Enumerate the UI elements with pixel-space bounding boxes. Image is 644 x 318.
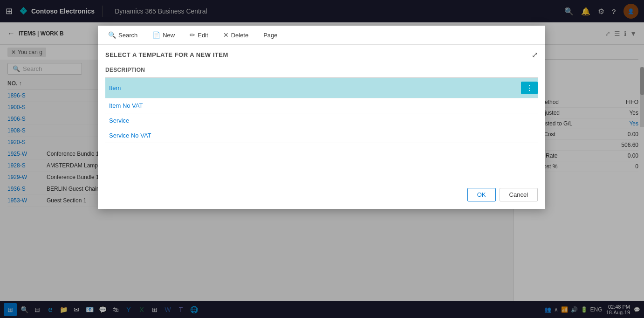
template-label-service: Service [105, 117, 129, 124]
template-dialog: 🔍 Search 📄 New ✏ Edit ✕ Delete Page SELE… [98, 26, 545, 209]
dialog-delete-button[interactable]: ✕ Delete [220, 29, 252, 41]
edit-tool-label: Edit [198, 32, 208, 39]
delete-tool-icon: ✕ [223, 31, 229, 39]
page-tool-label: Page [263, 32, 277, 39]
cancel-button[interactable]: Cancel [500, 188, 538, 201]
ok-button[interactable]: OK [467, 188, 496, 201]
template-row-service[interactable]: Service [105, 113, 538, 128]
template-label-item: Item [105, 84, 121, 91]
dialog-page-button[interactable]: Page [260, 30, 280, 41]
new-tool-icon: 📄 [152, 31, 160, 39]
dialog-new-button[interactable]: 📄 New [150, 29, 178, 41]
template-row-item-no-vat[interactable]: Item No VAT [105, 98, 538, 113]
dialog-title: SELECT A TEMPLATE FOR A NEW ITEM [105, 51, 228, 58]
delete-tool-label: Delete [231, 32, 249, 39]
template-row-item[interactable]: Item ⋮ [105, 78, 538, 98]
template-label-service-no-vat: Service No VAT [105, 132, 151, 139]
expand-button[interactable]: ⤢ [532, 50, 538, 59]
edit-tool-icon: ✏ [190, 31, 195, 39]
dialog-search-button[interactable]: 🔍 Search [105, 29, 140, 41]
dialog-titlebar: SELECT A TEMPLATE FOR A NEW ITEM ⤢ [98, 45, 545, 63]
dialog-footer: OK Cancel [98, 180, 545, 209]
search-tool-label: Search [118, 32, 137, 39]
row-action-menu[interactable]: ⋮ [521, 82, 538, 94]
template-label-item-no-vat: Item No VAT [105, 102, 143, 109]
dialog-toolbar: 🔍 Search 📄 New ✏ Edit ✕ Delete Page [98, 26, 545, 45]
dialog-table: DESCRIPTION Item ⋮ Item No VAT Service S… [98, 63, 545, 143]
template-row-service-no-vat[interactable]: Service No VAT [105, 128, 538, 143]
dialog-edit-button[interactable]: ✏ Edit [187, 29, 211, 41]
search-tool-icon: 🔍 [108, 31, 116, 39]
table-col-header: DESCRIPTION [105, 63, 538, 78]
new-tool-label: New [163, 32, 175, 39]
col-description-header: DESCRIPTION [105, 67, 145, 73]
